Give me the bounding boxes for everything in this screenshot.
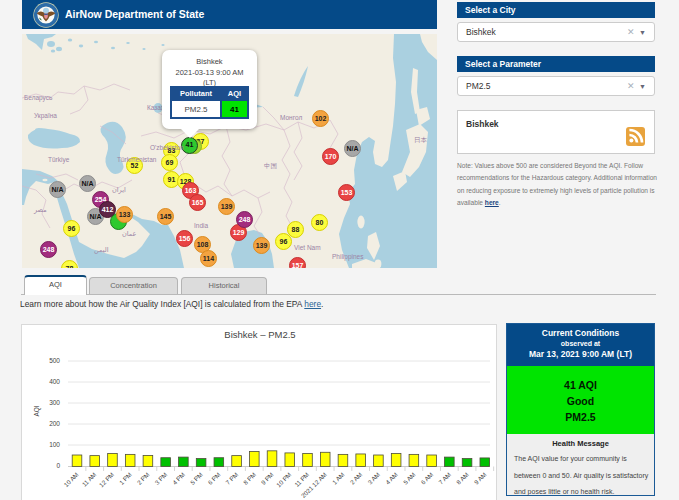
- svg-text:9 AM: 9 AM: [473, 471, 488, 486]
- svg-text:5 AM: 5 AM: [402, 471, 417, 486]
- svg-text:200: 200: [49, 420, 60, 427]
- svg-text:AQI: AQI: [33, 405, 41, 416]
- svg-text:300: 300: [49, 399, 60, 406]
- svg-text:3 PM: 3 PM: [153, 471, 168, 486]
- svg-text:8 PM: 8 PM: [242, 471, 257, 486]
- svg-text:10 AM: 10 AM: [62, 471, 79, 488]
- svg-text:6 PM: 6 PM: [206, 471, 221, 486]
- svg-text:7 AM: 7 AM: [437, 471, 452, 486]
- svg-text:2 PM: 2 PM: [135, 471, 150, 486]
- svg-text:10 PM: 10 PM: [275, 471, 293, 489]
- svg-text:0: 0: [56, 462, 60, 469]
- svg-text:6 AM: 6 AM: [419, 471, 434, 486]
- svg-text:3 AM: 3 AM: [366, 471, 381, 486]
- svg-text:7 PM: 7 PM: [224, 471, 239, 486]
- svg-text:100: 100: [49, 441, 60, 448]
- svg-text:4 AM: 4 AM: [384, 471, 399, 486]
- svg-text:1 PM: 1 PM: [118, 471, 133, 486]
- svg-text:5 PM: 5 PM: [189, 471, 204, 486]
- svg-text:9 PM: 9 PM: [260, 471, 275, 486]
- svg-text:2 AM: 2 AM: [348, 471, 363, 486]
- svg-text:500: 500: [49, 357, 60, 364]
- svg-text:1 AM: 1 AM: [331, 471, 346, 486]
- svg-text:12 PM: 12 PM: [98, 471, 116, 489]
- svg-text:8 AM: 8 AM: [455, 471, 470, 486]
- svg-text:Bishkek – PM2.5: Bishkek – PM2.5: [224, 329, 295, 340]
- svg-text:400: 400: [49, 378, 60, 385]
- svg-text:11 AM: 11 AM: [80, 471, 97, 488]
- svg-text:4 PM: 4 PM: [171, 471, 186, 486]
